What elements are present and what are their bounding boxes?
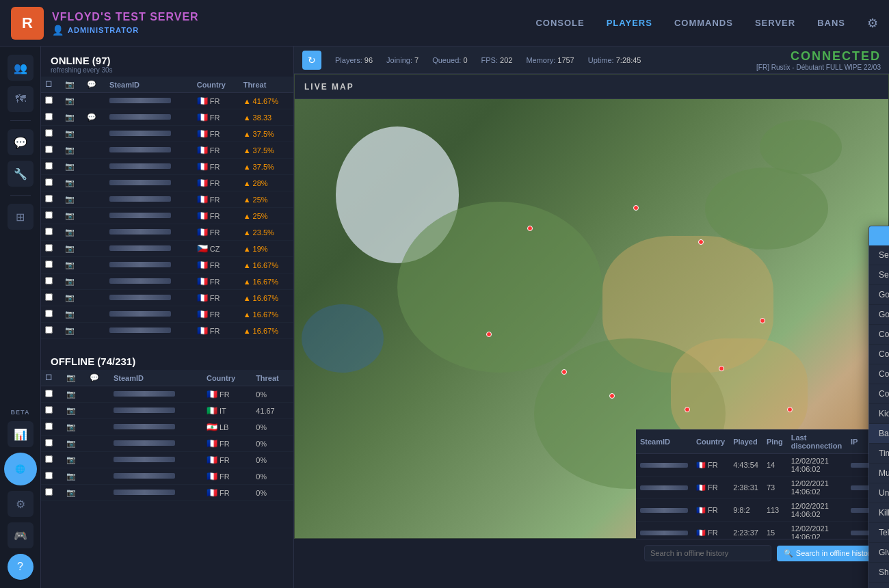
ctx-item-recent-combats[interactable]: Recent combats R (869, 583, 889, 588)
online-player-row[interactable]: 📷 🇫🇷 FR ▲ 41.67% (41, 93, 293, 109)
sidebar-btn-discord[interactable]: 🎮 (8, 522, 34, 548)
ctx-item-copy-ip[interactable]: Copy IP 4 (869, 384, 889, 404)
online-player-row[interactable]: 📷 🇨🇿 CZ ▲ 19% (41, 241, 293, 257)
ctx-item-give-item[interactable]: Give item g (869, 543, 889, 563)
player-check-off[interactable] (41, 452, 62, 468)
offline-right-row[interactable]: 🇫🇷 FR 9:8:2 113 12/02/2021 14:06:02 (636, 499, 889, 522)
player-check[interactable] (41, 241, 61, 257)
ctx-item-copy-network-id[interactable]: Copy network ID 2 (869, 345, 889, 364)
player-check[interactable] (41, 306, 61, 323)
offline-right-row[interactable]: 🇫🇷 FR 4:43:54 14 12/02/2021 14:06:02 (636, 454, 889, 477)
online-player-row[interactable]: 📷 🇫🇷 FR ▲ 37.5% (41, 159, 293, 175)
player-check-off[interactable] (41, 485, 62, 501)
ctx-item-unmute[interactable]: Unmute u (869, 483, 889, 503)
online-player-row[interactable]: 📷 💬 🇫🇷 FR ▲ 38.33 (41, 109, 293, 126)
nav-console[interactable]: CONSOLE (535, 18, 584, 28)
offline-player-row[interactable]: 📷 🇱🇧 LB 0% (41, 419, 293, 436)
settings-icon[interactable]: ⚙ (867, 16, 878, 31)
player-check[interactable] (41, 175, 61, 191)
player-steamid (105, 142, 193, 159)
online-player-row[interactable]: 📷 🇫🇷 FR ▲ 16.67% (41, 290, 293, 306)
offline-player-row[interactable]: 📷 🇫🇷 FR 0% (41, 485, 293, 501)
ctx-item-copy-steamid[interactable]: Copy SteamID 1 (869, 325, 889, 345)
online-player-row[interactable]: 📷 🇫🇷 FR ▲ 16.67% (41, 323, 293, 339)
player-check-off[interactable] (41, 386, 62, 403)
offline-player-row[interactable]: 📷 🇮🇹 IT 41.67 (41, 403, 293, 419)
player-check[interactable] (41, 273, 61, 290)
offline-right-row[interactable]: 🇫🇷 FR 2:23:37 15 12/02/2021 14:06:02 (636, 522, 889, 539)
player-cam: 📷 (61, 306, 83, 323)
offline-player-row[interactable]: 📷 🇫🇷 FR 0% (41, 452, 293, 468)
refresh-button[interactable]: ↻ (302, 51, 321, 70)
player-cam: 📷 (61, 109, 83, 126)
player-check-off[interactable] (41, 419, 62, 436)
context-menu-items: Set Marker ▶ See notes Go to Steam profi… (869, 245, 889, 588)
avatar[interactable]: 🌐 (4, 453, 37, 485)
online-player-row[interactable]: 📷 🇫🇷 FR ▲ 23.5% (41, 224, 293, 241)
player-check[interactable] (41, 159, 61, 175)
nav-server[interactable]: SERVER (755, 18, 795, 28)
online-player-row[interactable]: 📷 🇫🇷 FR ▲ 28% (41, 175, 293, 191)
ctx-item-go-to-rustadmin-profile[interactable]: Go to RustAdmin profile (869, 305, 889, 325)
sidebar-btn-chat[interactable]: 💬 (8, 129, 34, 155)
player-check[interactable] (41, 323, 61, 339)
ctx-item-kill[interactable]: Kill K (869, 503, 889, 523)
player-check[interactable] (41, 109, 61, 126)
player-chat (83, 241, 105, 257)
sidebar-btn-dashboard[interactable]: 📊 (8, 421, 34, 447)
ctx-item-timed-ban[interactable]: Timed Ban B (869, 444, 889, 464)
player-threat-off: 0% (252, 485, 293, 501)
offline-search-button[interactable]: 🔍 Search in offline history (777, 546, 881, 561)
ctx-item-copy-nickname[interactable]: Copy Nickname 3 (869, 364, 889, 384)
ctx-item-teleport[interactable]: Teleport ▶ (869, 523, 889, 543)
online-table-header: ☐ 📷 💬 SteamID Country Threat (41, 77, 293, 93)
online-player-row[interactable]: 📷 🇫🇷 FR ▲ 25% (41, 191, 293, 208)
ctx-item-see-notes[interactable]: See notes (869, 265, 889, 285)
sidebar-btn-map[interactable]: 🗺 (8, 86, 34, 112)
player-chat (83, 159, 105, 175)
online-player-row[interactable]: 📷 🇫🇷 FR ▲ 37.5% (41, 126, 293, 142)
ctx-item-label: Copy Nickname (879, 369, 889, 379)
sidebar-btn-tools[interactable]: 🔧 (8, 161, 34, 187)
offline-title: OFFLINE (74/231) (51, 356, 284, 367)
player-cam-off: 📷 (62, 403, 86, 419)
ctx-item-mute[interactable]: Mute m (869, 464, 889, 483)
player-check[interactable] (41, 191, 61, 208)
player-check[interactable] (41, 126, 61, 142)
offline-right-row[interactable]: 🇫🇷 FR 2:38:31 73 12/02/2021 14:06:02 (636, 477, 889, 499)
online-player-row[interactable]: 📷 🇫🇷 FR ▲ 16.67% (41, 257, 293, 273)
player-check-off[interactable] (41, 436, 62, 452)
online-player-row[interactable]: 📷 🇫🇷 FR ▲ 37.5% (41, 142, 293, 159)
offline-player-row[interactable]: 📷 🇫🇷 FR 0% (41, 468, 293, 485)
online-player-row[interactable]: 📷 🇫🇷 FR ▲ 25% (41, 208, 293, 224)
ctx-item-kick[interactable]: Kick k (869, 404, 889, 424)
player-threat: ▲ 16.67% (239, 273, 293, 290)
ctx-item-set-marker[interactable]: Set Marker ▶ (869, 245, 889, 265)
player-check-off[interactable] (41, 468, 62, 485)
online-player-row[interactable]: 📷 🇫🇷 FR ▲ 16.67% (41, 273, 293, 290)
player-threat: ▲ 41.67% (239, 93, 293, 109)
sidebar-btn-grid[interactable]: ⊞ (8, 204, 34, 230)
nav-commands[interactable]: COMMANDS (674, 18, 733, 28)
player-check[interactable] (41, 257, 61, 273)
context-menu-header: Hemmy ♪♫ (869, 226, 889, 245)
player-steamid (105, 257, 193, 273)
player-check[interactable] (41, 290, 61, 306)
ctx-item-show-kills/deaths-statistics[interactable]: Show kills/deaths statistics d (869, 563, 889, 583)
ctx-item-go-to-steam-profile[interactable]: Go to Steam profile (869, 285, 889, 305)
sidebar-btn-settings[interactable]: ⚙ (8, 491, 34, 517)
offline-player-row[interactable]: 📷 🇫🇷 FR 0% (41, 436, 293, 452)
online-player-row[interactable]: 📷 🇫🇷 FR ▲ 16.67% (41, 306, 293, 323)
offline-player-row[interactable]: 📷 🇫🇷 FR 0% (41, 386, 293, 403)
nav-players[interactable]: PLAYERS (607, 18, 652, 28)
player-check-off[interactable] (41, 403, 62, 419)
sidebar-btn-help[interactable]: ? (8, 554, 34, 580)
player-check[interactable] (41, 142, 61, 159)
player-check[interactable] (41, 93, 61, 109)
player-check[interactable] (41, 208, 61, 224)
player-check[interactable] (41, 224, 61, 241)
nav-bans[interactable]: BANS (817, 18, 845, 28)
offline-search-input[interactable] (644, 545, 771, 561)
ctx-item-ban[interactable]: Ban b (869, 424, 889, 444)
sidebar-btn-players[interactable]: 👥 (8, 55, 34, 81)
